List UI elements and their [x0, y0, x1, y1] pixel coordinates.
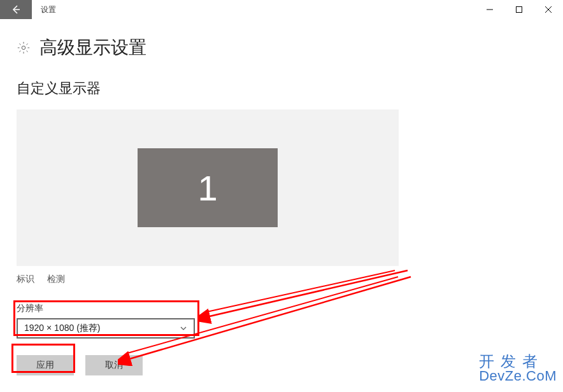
identify-link[interactable]: 标识 [17, 274, 34, 285]
maximize-icon [516, 6, 522, 13]
link-row: 标识 检测 [17, 274, 563, 285]
close-icon [545, 6, 552, 13]
page-header: 高级显示设置 [17, 36, 563, 60]
gear-icon [17, 41, 31, 55]
watermark-en: DevZe.CoM [479, 369, 557, 383]
arrow-left-icon [11, 4, 21, 15]
svg-rect-0 [517, 7, 522, 13]
minimize-icon [487, 6, 493, 13]
close-button[interactable] [534, 0, 563, 19]
monitor-1[interactable]: 1 [138, 148, 278, 227]
chevron-down-icon [180, 325, 187, 332]
detect-link[interactable]: 检测 [47, 274, 65, 285]
section-title: 自定义显示器 [17, 79, 563, 98]
minimize-button[interactable] [475, 0, 504, 19]
resolution-label: 分辨率 [17, 303, 563, 314]
titlebar: 设置 [0, 0, 563, 19]
watermark: 开发者 DevZe.CoM [479, 354, 557, 383]
window-controls [475, 0, 563, 19]
content-scroll[interactable]: 高级显示设置 自定义显示器 1 标识 检测 分辨率 1920 × 1080 (推… [0, 19, 563, 392]
display-preview: 1 [17, 109, 399, 266]
svg-point-1 [22, 46, 25, 50]
back-button[interactable] [0, 0, 32, 19]
window-title: 设置 [32, 0, 475, 19]
content: 高级显示设置 自定义显示器 1 标识 检测 分辨率 1920 × 1080 (推… [0, 19, 563, 375]
maximize-button[interactable] [504, 0, 534, 19]
page-title: 高级显示设置 [39, 36, 146, 60]
resolution-dropdown[interactable]: 1920 × 1080 (推荐) [17, 318, 195, 339]
resolution-value: 1920 × 1080 (推荐) [24, 323, 100, 334]
cancel-button[interactable]: 取消 [85, 355, 143, 375]
apply-button[interactable]: 应用 [17, 355, 74, 375]
watermark-cn: 开发者 [479, 354, 557, 369]
